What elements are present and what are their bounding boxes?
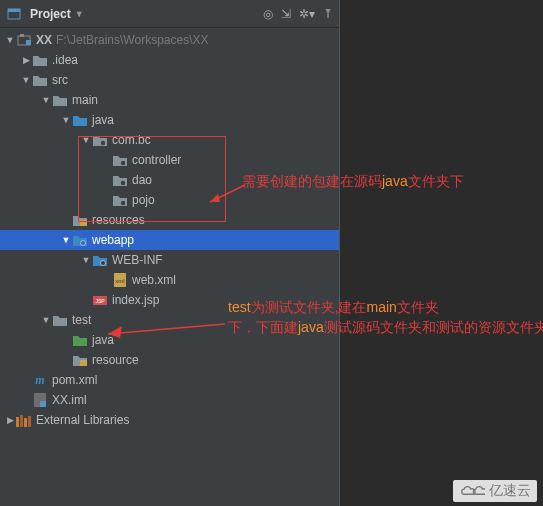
web-folder-icon: [92, 252, 108, 268]
svg-text:xml: xml: [115, 278, 124, 284]
svg-rect-1: [8, 9, 20, 12]
hide-panel-icon[interactable]: ⤒: [323, 7, 333, 21]
svg-point-6: [121, 161, 125, 165]
item-label: .idea: [52, 53, 78, 67]
dropdown-arrow-icon[interactable]: ▼: [75, 9, 84, 19]
folder-icon: [32, 72, 48, 88]
locate-icon[interactable]: ◎: [263, 7, 273, 21]
item-label: test: [72, 313, 91, 327]
package-icon: [112, 192, 128, 208]
expand-arrow-icon[interactable]: ▼: [40, 315, 52, 325]
svg-rect-3: [20, 34, 24, 37]
tree-item-java[interactable]: ▼ java: [0, 110, 339, 130]
expand-arrow-icon[interactable]: ▶: [20, 55, 32, 65]
editor-area: [340, 0, 543, 506]
tree-item-test-resource[interactable]: resource: [0, 350, 339, 370]
item-label: pom.xml: [52, 373, 97, 387]
tree-item-package-root[interactable]: ▼ com.bc: [0, 130, 339, 150]
tree-item-webxml[interactable]: xml web.xml: [0, 270, 339, 290]
module-icon: [16, 32, 32, 48]
item-label: index.jsp: [112, 293, 159, 307]
svg-rect-16: [80, 360, 87, 366]
svg-point-10: [81, 241, 86, 246]
test-resources-folder-icon: [72, 352, 88, 368]
item-label: WEB-INF: [112, 253, 163, 267]
item-label: java: [92, 113, 114, 127]
item-label: com.bc: [112, 133, 151, 147]
expand-arrow-icon[interactable]: ▼: [80, 135, 92, 145]
expand-arrow-icon[interactable]: ▼: [60, 115, 72, 125]
item-label: resource: [92, 353, 139, 367]
tree-item-main[interactable]: ▼ main: [0, 90, 339, 110]
svg-point-8: [121, 201, 125, 205]
project-view-icon: [6, 6, 22, 22]
item-label: pojo: [132, 193, 155, 207]
tree-item-webinf[interactable]: ▼ WEB-INF: [0, 250, 339, 270]
item-label: External Libraries: [36, 413, 129, 427]
svg-rect-22: [28, 416, 31, 427]
expand-arrow-icon[interactable]: ▼: [60, 235, 72, 245]
tree-item-test[interactable]: ▼ test: [0, 310, 339, 330]
item-label: controller: [132, 153, 181, 167]
expand-arrow-icon[interactable]: ▼: [40, 95, 52, 105]
item-label: java: [92, 333, 114, 347]
watermark-text: 亿速云: [489, 482, 531, 500]
svg-point-11: [101, 261, 106, 266]
item-label: XX.iml: [52, 393, 87, 407]
svg-point-5: [101, 141, 105, 145]
collapse-all-icon[interactable]: ⇲: [281, 7, 291, 21]
tree-item-indexjsp[interactable]: JSP index.jsp: [0, 290, 339, 310]
tree-item-resources[interactable]: resources: [0, 210, 339, 230]
tree-item-pojo[interactable]: pojo: [0, 190, 339, 210]
web-folder-icon: [72, 232, 88, 248]
tree-item-test-java[interactable]: java: [0, 330, 339, 350]
project-panel: Project ▼ ◎ ⇲ ✲▾ ⤒ ▼ XX F:\JetBrains\Wor…: [0, 0, 340, 506]
svg-rect-21: [24, 418, 27, 427]
svg-text:JSP: JSP: [95, 298, 105, 304]
project-tree[interactable]: ▼ XX F:\JetBrains\Workspaces\XX ▶ .idea: [0, 28, 339, 506]
root-name: XX: [36, 33, 52, 47]
tree-item-idea[interactable]: ▶ .idea: [0, 50, 339, 70]
tree-item-external-libraries[interactable]: ▶ External Libraries: [0, 410, 339, 430]
package-icon: [92, 132, 108, 148]
svg-rect-18: [40, 401, 46, 407]
item-label: web.xml: [132, 273, 176, 287]
libraries-icon: [16, 412, 32, 428]
item-label: dao: [132, 173, 152, 187]
expand-arrow-icon[interactable]: ▶: [4, 415, 16, 425]
tree-item-controller[interactable]: controller: [0, 150, 339, 170]
tree-item-iml[interactable]: XX.iml: [0, 390, 339, 410]
expand-arrow-icon[interactable]: ▼: [80, 255, 92, 265]
package-icon: [112, 152, 128, 168]
item-label: main: [72, 93, 98, 107]
tree-root[interactable]: ▼ XX F:\JetBrains\Workspaces\XX: [0, 30, 339, 50]
expand-arrow-icon[interactable]: ▼: [20, 75, 32, 85]
expand-arrow-icon[interactable]: ▼: [4, 35, 16, 45]
tree-item-webapp[interactable]: ▼ webapp: [0, 230, 339, 250]
folder-icon: [32, 52, 48, 68]
tree-item-src[interactable]: ▼ src: [0, 70, 339, 90]
svg-rect-9: [80, 220, 87, 226]
iml-file-icon: [32, 392, 48, 408]
item-label: webapp: [92, 233, 134, 247]
source-folder-icon: [72, 112, 88, 128]
svg-rect-20: [20, 415, 23, 427]
watermark: 亿速云: [453, 480, 537, 502]
folder-icon: [52, 92, 68, 108]
panel-toolbar: Project ▼ ◎ ⇲ ✲▾ ⤒: [0, 0, 339, 28]
svg-point-7: [121, 181, 125, 185]
svg-rect-19: [16, 417, 19, 427]
jsp-file-icon: JSP: [92, 292, 108, 308]
panel-title[interactable]: Project: [30, 7, 71, 21]
test-source-folder-icon: [72, 332, 88, 348]
folder-icon: [52, 312, 68, 328]
tree-item-dao[interactable]: dao: [0, 170, 339, 190]
item-label: resources: [92, 213, 145, 227]
package-icon: [112, 172, 128, 188]
xml-file-icon: xml: [112, 272, 128, 288]
settings-gear-icon[interactable]: ✲▾: [299, 7, 315, 21]
resources-folder-icon: [72, 212, 88, 228]
root-path: F:\JetBrains\Workspaces\XX: [56, 33, 209, 47]
svg-rect-4: [26, 40, 31, 45]
tree-item-pom[interactable]: m pom.xml: [0, 370, 339, 390]
